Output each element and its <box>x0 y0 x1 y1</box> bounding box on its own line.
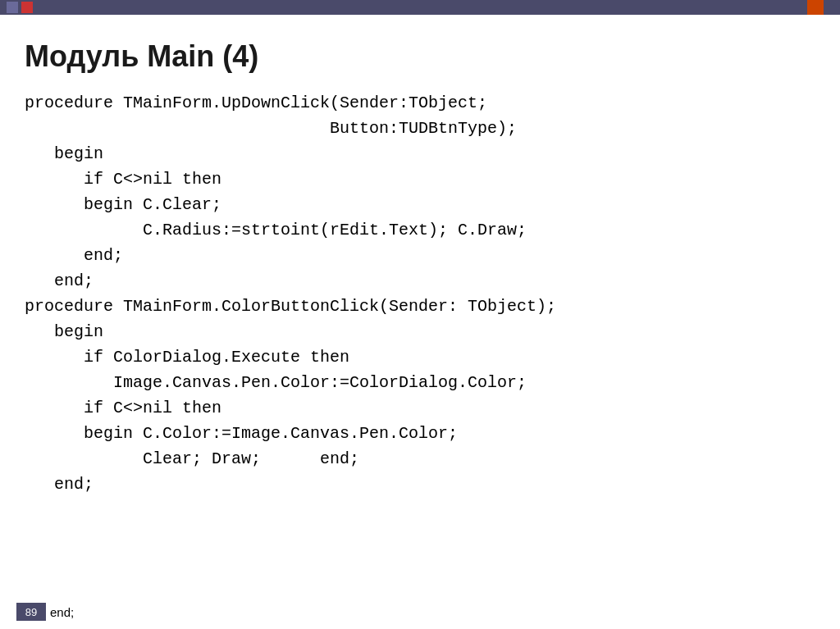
code-line-9: procedure TMainForm.ColorButtonClick(Sen… <box>25 297 556 316</box>
code-line-3: begin <box>25 144 103 163</box>
deco-square-red <box>807 0 824 16</box>
code-line-11: if ColorDialog.Execute then <box>25 348 349 367</box>
code-line-6: C.Radius:=strtoint(rEdit.Text); C.Draw; <box>25 221 527 239</box>
code-line-10: begin <box>25 322 103 341</box>
slide-title: Модуль Main (4) <box>25 39 799 74</box>
code-line-7: end; <box>25 246 123 265</box>
top-right-decoration <box>807 0 840 16</box>
code-line-16: end; <box>25 475 94 494</box>
code-line-8: end; <box>25 271 94 290</box>
slide-content: Модуль Main (4) procedure TMainForm.UpDo… <box>0 15 840 629</box>
top-bar-dot-2 <box>21 2 33 13</box>
code-line-5: begin C.Clear; <box>25 195 221 214</box>
code-line-2: Button:TUDBtnType); <box>25 119 517 138</box>
deco-square-dark <box>824 0 840 16</box>
top-bar-dot-1 <box>7 2 18 13</box>
code-line-4: if C<>nil then <box>25 170 221 189</box>
code-block: procedure TMainForm.UpDownClick(Sender:T… <box>25 90 799 497</box>
top-bar <box>0 0 840 15</box>
page-number-box: 89 <box>16 603 46 621</box>
page-number-area: 89 end; <box>16 603 74 621</box>
code-line-14: begin C.Color:=Image.Canvas.Pen.Color; <box>25 424 458 443</box>
code-line-13: if C<>nil then <box>25 399 221 417</box>
code-line-12: Image.Canvas.Pen.Color:=ColorDialog.Colo… <box>25 373 527 392</box>
code-line-1: procedure TMainForm.UpDownClick(Sender:T… <box>25 93 487 112</box>
code-line-15: Clear; Draw; end; <box>25 449 359 468</box>
page-end-label: end; <box>50 605 74 619</box>
